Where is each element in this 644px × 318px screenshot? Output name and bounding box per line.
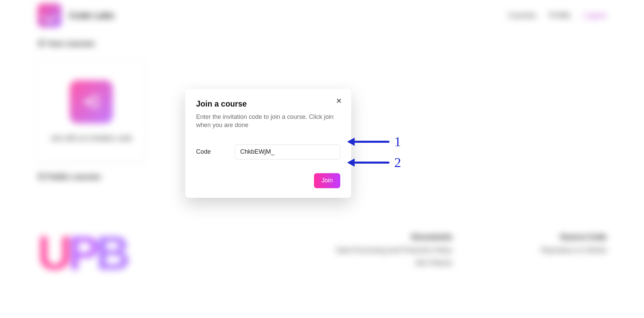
code-label: Code [196, 148, 227, 155]
modal-overlay: Join a course Enter the invitation code … [0, 0, 644, 318]
close-icon [336, 98, 342, 103]
code-input[interactable] [235, 144, 340, 160]
modal-description: Enter the invitation code to join a cour… [196, 113, 340, 129]
join-course-modal: Join a course Enter the invitation code … [185, 89, 351, 198]
close-button[interactable] [334, 96, 344, 106]
modal-title: Join a course [196, 99, 340, 109]
join-button[interactable]: Join [314, 173, 340, 188]
